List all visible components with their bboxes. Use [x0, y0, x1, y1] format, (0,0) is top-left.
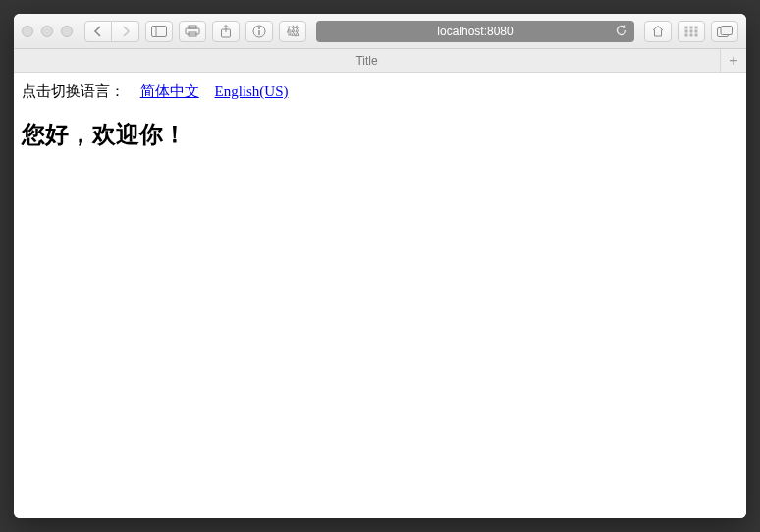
traffic-lights: [22, 26, 73, 37]
tab-title[interactable]: Title: [14, 49, 721, 72]
top-sites-button[interactable]: [678, 21, 705, 42]
home-icon: [651, 25, 665, 37]
svg-rect-2: [186, 28, 199, 34]
print-button[interactable]: [179, 21, 206, 42]
tab-bar: Title +: [14, 49, 746, 73]
browser-toolbar: 磁 localhost:8080: [14, 14, 746, 49]
svg-rect-17: [690, 33, 693, 36]
share-button[interactable]: [212, 21, 240, 42]
svg-rect-0: [152, 26, 167, 36]
address-bar[interactable]: localhost:8080: [316, 21, 634, 42]
svg-rect-13: [685, 29, 688, 32]
svg-rect-11: [690, 26, 693, 28]
sidebar-icon: [151, 26, 167, 37]
svg-rect-12: [695, 26, 698, 28]
svg-rect-18: [695, 33, 698, 36]
language-link-en[interactable]: English(US): [215, 83, 289, 99]
forward-button[interactable]: [112, 21, 139, 42]
new-tab-button[interactable]: +: [721, 49, 746, 72]
grid-icon: [684, 26, 698, 37]
home-button[interactable]: [644, 21, 672, 42]
language-prompt: 点击切换语言：: [22, 83, 125, 99]
minimize-window-button[interactable]: [41, 26, 53, 37]
printer-icon: [185, 25, 200, 37]
language-switch-row: 点击切换语言： 简体中文 English(US): [22, 82, 738, 101]
page-content: 点击切换语言： 简体中文 English(US) 您好，欢迎你！: [14, 73, 746, 518]
svg-point-8: [258, 27, 260, 29]
zoom-window-button[interactable]: [61, 26, 73, 37]
welcome-heading: 您好，欢迎你！: [22, 119, 738, 150]
svg-rect-16: [685, 33, 688, 36]
tabs-icon: [717, 26, 733, 37]
refresh-icon: [615, 24, 628, 37]
sidebar-button[interactable]: [145, 21, 173, 42]
svg-rect-15: [695, 29, 698, 32]
plus-icon: +: [729, 52, 737, 70]
tab-label: Title: [355, 54, 377, 68]
back-button[interactable]: [84, 21, 112, 42]
magic-button[interactable]: 磁: [279, 21, 306, 42]
nav-group: [84, 21, 139, 42]
svg-rect-14: [690, 29, 693, 32]
svg-rect-3: [189, 26, 196, 28]
refresh-button[interactable]: [615, 24, 628, 40]
language-link-zh[interactable]: 简体中文: [140, 83, 199, 99]
safari-window: 磁 localhost:8080 Title +: [14, 14, 746, 518]
magic-icon: 磁: [287, 23, 299, 40]
chevron-right-icon: [121, 26, 131, 37]
address-text: localhost:8080: [437, 25, 513, 38]
svg-rect-20: [721, 26, 733, 34]
close-window-button[interactable]: [22, 26, 33, 37]
svg-rect-10: [685, 26, 688, 28]
info-button[interactable]: [245, 21, 273, 42]
share-icon: [220, 25, 232, 38]
chevron-left-icon: [93, 26, 103, 37]
info-icon: [252, 25, 266, 38]
tabs-overview-button[interactable]: [711, 21, 738, 42]
